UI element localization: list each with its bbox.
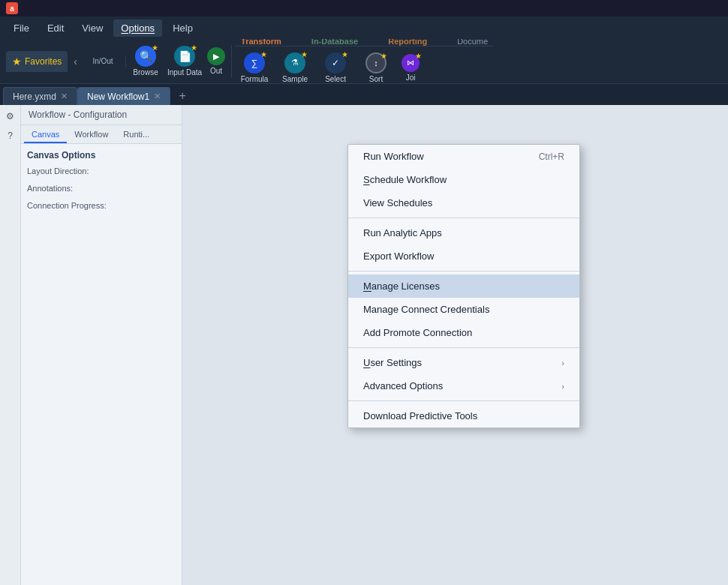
dropdown-download-predictive[interactable]: Download Predictive Tools [348, 404, 579, 428]
tab-new-workflow-label: New Workflow1 [87, 92, 149, 102]
config-tabs: Canvas Workflow Runti... [21, 125, 182, 144]
dropdown-run-analytic-apps[interactable]: Run Analytic Apps [348, 221, 579, 244]
favorites-label: Favorites [25, 56, 62, 67]
dropdown-advanced-options-label: Advanced Options [363, 380, 443, 392]
separator-1 [348, 218, 579, 218]
favorites-star-icon: ★ [12, 56, 22, 68]
config-tab-canvas[interactable]: Canvas [24, 127, 67, 143]
select-icon: ✓ ★ [325, 52, 346, 74]
input-data-label: Input Data [167, 68, 202, 76]
menu-bar: File Edit View Options Help [0, 16, 728, 39]
dropdown-manage-connect-label: Manage Connect Credentials [363, 304, 489, 315]
dropdown-schedule-workflow[interactable]: Schedule Workflow [348, 168, 579, 191]
dropdown-schedule-workflow-label: Schedule Workflow [363, 174, 447, 185]
sample-icon: ⚗ ★ [284, 52, 305, 74]
annotations-label: Annotations: [27, 184, 73, 193]
tool-input-data[interactable]: 📄 ★ Input Data [165, 42, 204, 81]
menu-edit[interactable]: Edit [40, 20, 71, 37]
dropdown-add-promote[interactable]: Add Promote Connection [348, 321, 579, 344]
tab-here[interactable]: Here.yxmd ✕ [3, 87, 77, 105]
dropdown-run-workflow[interactable]: Run Workflow Ctrl+R [348, 145, 579, 168]
dropdown-manage-licenses-label: Manage Licenses [363, 280, 440, 292]
tab-here-close[interactable]: ✕ [61, 92, 68, 101]
canvas-area: Run Workflow Ctrl+R Schedule Workflow Vi… [182, 105, 728, 585]
left-panel-container: ⚙ ? Workflow - Configuration Canvas Work… [0, 105, 182, 585]
document-label: Docume [457, 39, 488, 46]
sort-label: Sort [369, 75, 383, 83]
config-body: Canvas Options Layout Direction: Annotat… [21, 144, 182, 585]
app-logo: a [6, 2, 18, 14]
tab-new-workflow-close[interactable]: ✕ [154, 92, 161, 101]
config-header: Workflow - Configuration [21, 105, 182, 125]
dropdown-run-analytic-apps-label: Run Analytic Apps [363, 227, 442, 238]
formula-icon: ∑ ★ [244, 52, 265, 74]
tool-select[interactable]: ✓ ★ Select [316, 48, 355, 84]
in-database-label: In-Database [311, 39, 358, 46]
tool-output[interactable]: ▶ Out [204, 42, 228, 81]
layout-direction-field: Layout Direction: [27, 165, 176, 176]
input-data-icon: 📄 ★ [174, 46, 195, 67]
favorites-tab[interactable]: ★ Favorites [6, 51, 68, 72]
dropdown-export-workflow-label: Export Workflow [363, 250, 434, 262]
dropdown-manage-connect[interactable]: Manage Connect Credentials [348, 298, 579, 321]
browse-icon: 🔍 ★ [135, 46, 156, 67]
config-tab-runtime[interactable]: Runti... [116, 127, 157, 143]
tool-browse[interactable]: 🔍 ★ Browse [126, 42, 165, 81]
menu-options[interactable]: Options [113, 20, 162, 37]
menu-view[interactable]: View [74, 20, 110, 37]
left-side-icons: ⚙ ? [0, 105, 21, 585]
sample-star: ★ [301, 50, 308, 58]
separator-4 [348, 400, 579, 401]
sample-label: Sample [282, 75, 308, 83]
title-bar: a [0, 0, 728, 16]
tool-join[interactable]: ⋈ ★ Joi [397, 48, 424, 84]
config-tab-workflow[interactable]: Workflow [67, 127, 116, 143]
connection-progress-field: Connection Progress: [27, 200, 176, 211]
tab-new-workflow[interactable]: New Workflow1 ✕ [77, 87, 170, 105]
inout-label: In/Out [92, 57, 113, 65]
menu-help[interactable]: Help [165, 20, 200, 37]
tool-sort[interactable]: ↕ ★ Sort [356, 48, 396, 84]
user-settings-arrow: › [561, 358, 564, 368]
dropdown-run-workflow-label: Run Workflow [363, 151, 424, 162]
tabs-bar: Here.yxmd ✕ New Workflow1 ✕ + [0, 84, 728, 105]
layout-direction-label: Layout Direction: [27, 166, 89, 176]
join-icon: ⋈ ★ [402, 54, 420, 72]
options-dropdown-menu: Run Workflow Ctrl+R Schedule Workflow Vi… [347, 144, 580, 428]
select-label: Select [325, 75, 346, 83]
help-icon-btn[interactable]: ? [2, 128, 19, 144]
transform-label: Transform [241, 39, 281, 46]
dropdown-run-workflow-shortcut: Ctrl+R [539, 152, 564, 162]
tool-sample[interactable]: ⚗ ★ Sample [275, 48, 314, 84]
dropdown-download-predictive-label: Download Predictive Tools [363, 410, 477, 422]
advanced-options-arrow: › [561, 382, 564, 391]
sort-star: ★ [381, 52, 387, 60]
tab-here-label: Here.yxmd [13, 92, 56, 102]
dropdown-user-settings-label: User Settings [363, 357, 422, 368]
tool-formula[interactable]: ∑ ★ Formula [235, 48, 274, 84]
dropdown-manage-licenses[interactable]: Manage Licenses [348, 274, 579, 298]
dropdown-advanced-options[interactable]: Advanced Options › [348, 374, 579, 398]
menu-file[interactable]: File [6, 20, 37, 37]
output-label: Out [210, 67, 222, 75]
browse-label: Browse [133, 68, 158, 76]
main-area: ⚙ ? Workflow - Configuration Canvas Work… [0, 105, 728, 585]
formula-star: ★ [260, 50, 267, 58]
dropdown-view-schedules[interactable]: View Schedules [348, 191, 579, 214]
dropdown-user-settings[interactable]: User Settings › [348, 351, 579, 374]
dropdown-add-promote-label: Add Promote Connection [363, 327, 472, 338]
toolbar: ★ Favorites ‹ In/Out 🔍 ★ Browse 📄 ★ Inpu… [0, 39, 728, 84]
sort-icon: ↕ ★ [366, 52, 387, 74]
dropdown-view-schedules-label: View Schedules [363, 197, 432, 208]
tab-add-button[interactable]: + [173, 87, 191, 105]
left-panel: Workflow - Configuration Canvas Workflow… [21, 105, 182, 585]
select-star: ★ [341, 50, 348, 58]
separator-2 [348, 271, 579, 272]
settings-icon-btn[interactable]: ⚙ [2, 108, 19, 124]
dropdown-export-workflow[interactable]: Export Workflow [348, 244, 579, 268]
annotations-field: Annotations: [27, 182, 176, 194]
formula-label: Formula [241, 75, 269, 83]
nav-back-arrow[interactable]: ‹ [71, 54, 80, 69]
canvas-options-title: Canvas Options [27, 150, 176, 160]
reporting-label: Reporting [388, 39, 427, 46]
